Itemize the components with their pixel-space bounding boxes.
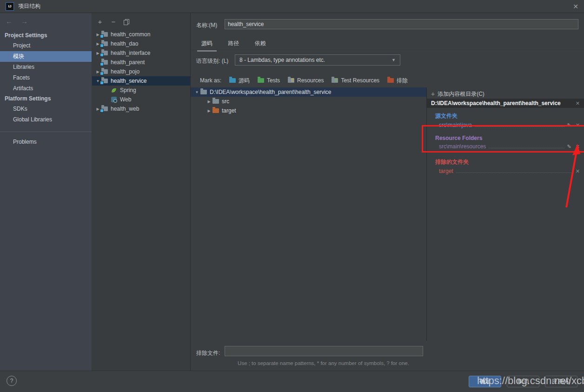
- excluded-folder-icon: [387, 78, 394, 83]
- back-icon[interactable]: ←: [6, 17, 13, 25]
- mark-excluded-button[interactable]: 排除: [387, 77, 408, 85]
- sidebar-item-global-libraries[interactable]: Global Libraries: [0, 114, 92, 125]
- resource-folder-row: src\main\resources ✎ ✕: [427, 141, 584, 150]
- module-row-health-web[interactable]: ▶ health_web: [92, 104, 190, 113]
- sources-folder-icon: [229, 78, 236, 83]
- remove-icon[interactable]: ✕: [576, 168, 580, 174]
- source-folders-header: 源文件夹: [427, 112, 584, 120]
- facet-row-web[interactable]: Web: [92, 95, 190, 104]
- tests-folder-icon: [258, 78, 264, 83]
- add-module-icon[interactable]: +: [97, 19, 103, 25]
- module-icon: [101, 41, 108, 46]
- sidebar-item-sdks[interactable]: SDKs: [0, 104, 92, 114]
- mark-as-label: Mark as:: [200, 77, 221, 84]
- apply-button[interactable]: 应用(A): [545, 376, 577, 387]
- module-icon: [101, 32, 108, 37]
- exclude-files-input[interactable]: [225, 346, 423, 356]
- sidebar-item-problems[interactable]: Problems: [0, 137, 92, 147]
- facet-row-spring[interactable]: Spring: [92, 86, 190, 95]
- language-level-select[interactable]: 8 - Lambdas, type annotations etc. ▼: [235, 54, 400, 66]
- edit-icon[interactable]: ✎: [567, 122, 571, 128]
- close-icon[interactable]: ✕: [573, 3, 578, 10]
- content-root-tree: ▼ D:\IDEA\workspace\health_parent\health…: [191, 87, 426, 341]
- folder-label: src: [222, 98, 229, 105]
- add-content-root-button[interactable]: + 添加内容根目录(C): [427, 89, 584, 99]
- expand-arrow-icon[interactable]: ▶: [206, 100, 212, 104]
- root-path-label: D:\IDEA\workspace\health_parent\health_s…: [210, 89, 331, 95]
- module-row-health-common[interactable]: ▶ health_common: [92, 30, 190, 39]
- dotted-leader: [456, 173, 573, 173]
- module-row-health-parent[interactable]: health_parent: [92, 58, 190, 67]
- tab-dependencies[interactable]: 依赖: [251, 36, 270, 50]
- collapse-arrow-icon[interactable]: ▼: [194, 90, 200, 94]
- mark-test-resources-button[interactable]: Test Resources: [331, 77, 379, 84]
- module-icon: [101, 106, 108, 111]
- module-row-health-dao[interactable]: ▶ health_dao: [92, 39, 190, 48]
- module-icon: [101, 60, 108, 65]
- module-label: health_common: [111, 31, 150, 38]
- spring-leaf-icon: [111, 87, 117, 93]
- sidebar-item-artifacts[interactable]: Artifacts: [0, 83, 92, 94]
- content-root-header: D:\IDEA\workspace\health_parent\health_s…: [427, 99, 584, 108]
- sidebar-divider: [0, 132, 92, 132]
- tree-row-target[interactable]: ▶ target: [191, 106, 426, 115]
- module-row-health-service[interactable]: ▼ health_service: [92, 76, 190, 86]
- language-level-value: 8 - Lambdas, type annotations etc.: [239, 57, 325, 63]
- excluded-folders-header: 排除的文件夹: [427, 158, 584, 166]
- sidebar-item-libraries[interactable]: Libraries: [0, 62, 92, 73]
- web-facet-icon: [111, 97, 117, 102]
- folder-icon: [200, 90, 207, 94]
- folder-label: target: [222, 107, 236, 114]
- plus-icon: +: [431, 90, 435, 98]
- tree-root-row[interactable]: ▼ D:\IDEA\workspace\health_parent\health…: [191, 87, 426, 97]
- module-label: health_interface: [111, 50, 150, 56]
- intellij-logo-icon: IJ: [6, 2, 14, 11]
- name-label: 名称:(M): [196, 21, 217, 29]
- module-label: health_dao: [111, 40, 138, 47]
- edit-icon[interactable]: ✎: [567, 144, 571, 150]
- folder-icon: [212, 99, 219, 104]
- mark-label: 源码: [239, 77, 250, 85]
- title-bar: IJ 项目结构 ✕: [0, 0, 584, 13]
- dialog-buttons: 确定 取消 应用(A): [469, 376, 577, 387]
- tab-paths[interactable]: 路径: [224, 36, 243, 50]
- mark-resources-button[interactable]: Resources: [287, 77, 324, 84]
- sidebar-item-facets[interactable]: Facets: [0, 73, 92, 83]
- expand-arrow-icon[interactable]: ▶: [206, 109, 212, 113]
- facet-label: Web: [120, 96, 131, 103]
- module-name-input[interactable]: [225, 19, 578, 29]
- help-button[interactable]: ?: [7, 376, 17, 386]
- mark-tests-button[interactable]: Tests: [257, 77, 280, 84]
- resource-folders-header: Resource Folders: [427, 135, 584, 141]
- module-list-panel: + − ▶ health_common ▶ health_dao ▶ healt…: [92, 13, 191, 371]
- mark-sources-button[interactable]: 源码: [229, 77, 250, 85]
- add-content-root-label: 添加内容根目录(C): [438, 90, 484, 98]
- chevron-down-icon: ▼: [392, 58, 396, 62]
- module-row-health-interface[interactable]: ▶ health_interface: [92, 48, 190, 58]
- sources-content: ▼ D:\IDEA\workspace\health_parent\health…: [191, 87, 584, 341]
- mark-label: Tests: [267, 77, 280, 84]
- remove-module-icon[interactable]: −: [110, 19, 117, 25]
- module-label: health_web: [111, 106, 139, 112]
- mark-label: Resources: [297, 77, 324, 84]
- resource-folder-path: src\main\resources: [439, 143, 486, 150]
- tab-sources[interactable]: 源码: [197, 36, 217, 52]
- exclude-pattern-hint: Use ; to separate name patterns, * for a…: [225, 360, 422, 366]
- source-folder-row: src\main\java ✎ ✕: [427, 120, 584, 129]
- forward-icon[interactable]: →: [21, 17, 28, 25]
- remove-icon[interactable]: ✕: [576, 144, 580, 150]
- sidebar-item-modules[interactable]: 模块: [0, 51, 92, 62]
- module-toolbar: + −: [92, 13, 190, 30]
- sidebar-item-project[interactable]: Project: [0, 40, 92, 51]
- tree-row-src[interactable]: ▶ src: [191, 97, 426, 106]
- cancel-button[interactable]: 取消: [507, 376, 539, 387]
- module-editor-panel: 名称:(M) 源码 路径 依赖 语言级别: (L) 8 - Lambdas, t…: [191, 13, 584, 371]
- remove-icon[interactable]: ✕: [576, 122, 580, 128]
- ok-button[interactable]: 确定: [469, 376, 501, 387]
- module-icon: [101, 79, 108, 83]
- copy-module-icon[interactable]: [124, 19, 129, 25]
- dialog-button-bar: ? 确定 取消 应用(A): [0, 371, 584, 392]
- remove-content-root-icon[interactable]: ✕: [576, 100, 580, 106]
- module-label: health_pojo: [111, 68, 139, 75]
- module-row-health-pojo[interactable]: ▶ health_pojo: [92, 67, 190, 76]
